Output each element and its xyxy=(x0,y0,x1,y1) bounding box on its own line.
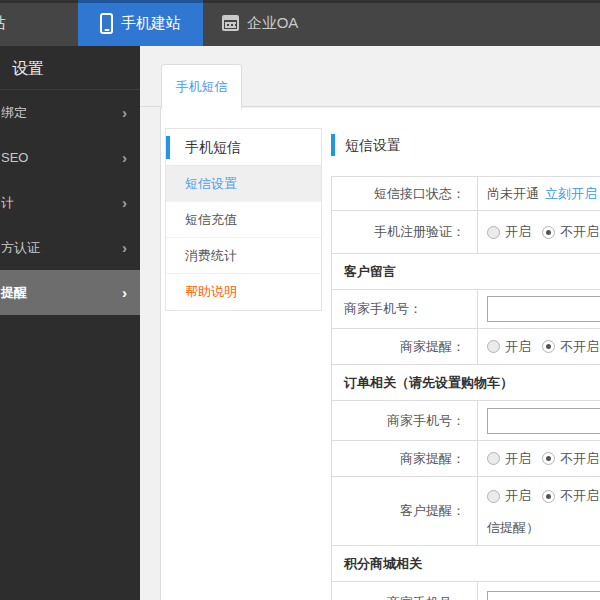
radio-off-selected[interactable] xyxy=(542,226,555,239)
chevron-right-icon: › xyxy=(122,270,127,315)
radio-label: 不开启 xyxy=(560,450,599,468)
sidebar-item-seo[interactable]: SEO › xyxy=(0,135,140,180)
submenu-item-consumption-stats[interactable]: 消费统计 xyxy=(166,238,321,274)
submenu-header: 手机短信 xyxy=(166,129,321,166)
row-merchant-phone-3: 商家手机号： xyxy=(332,582,600,600)
field-label: 客户提醒： xyxy=(332,477,478,545)
radio-on[interactable] xyxy=(487,340,500,353)
wrapped-hint-text: 信提醒） xyxy=(487,519,539,537)
calendar-icon xyxy=(222,15,239,31)
top-navigation-bar: 站 手机建站 企业OA xyxy=(0,0,600,46)
field-label: 手机注册验证： xyxy=(332,211,478,253)
radio-off-selected[interactable] xyxy=(542,490,555,503)
sidebar-item-stats[interactable]: 计 › xyxy=(0,180,140,225)
radio-label: 开启 xyxy=(505,338,531,356)
merchant-phone-input[interactable] xyxy=(487,296,600,322)
radio-label: 不开启 xyxy=(560,338,599,356)
sidebar-item-binding[interactable]: 绑定 › xyxy=(0,90,140,135)
field-label: 商家提醒： xyxy=(332,329,478,364)
top-tab-label: 手机建站 xyxy=(121,14,181,33)
radio-off-selected[interactable] xyxy=(542,452,555,465)
sms-submenu: 手机短信 短信设置 短信充值 消费统计 帮助说明 xyxy=(165,128,322,311)
merchant-phone-input[interactable] xyxy=(487,408,600,434)
top-tab-mobile-site[interactable]: 手机建站 xyxy=(78,0,203,46)
radio-on[interactable] xyxy=(487,490,500,503)
row-merchant-reminder-2: 商家提醒： 开启 不开启 xyxy=(332,441,600,477)
row-merchant-reminder-1: 商家提醒： 开启 不开启 xyxy=(332,329,600,365)
row-interface-status: 短信接口状态： 尚未开通 立刻开启 xyxy=(332,177,600,211)
field-label: 短信接口状态： xyxy=(332,177,478,210)
field-label: 商家提醒： xyxy=(332,441,478,476)
chevron-right-icon: › xyxy=(122,135,127,180)
radio-on[interactable] xyxy=(487,226,500,239)
row-customer-reminder: 客户提醒： 开启 不开启 信提醒） xyxy=(332,477,600,546)
row-merchant-phone-2: 商家手机号： xyxy=(332,401,600,441)
section-points-mall: 积分商城相关 xyxy=(332,546,600,582)
row-merchant-phone-1: 商家手机号： xyxy=(332,290,600,329)
field-label: 商家手机号： xyxy=(332,401,478,440)
section-order-related: 订单相关（请先设置购物车） xyxy=(332,365,600,401)
sidebar-header: 设置 xyxy=(0,46,140,90)
chevron-right-icon: › xyxy=(122,225,127,270)
app-window: 站 手机建站 企业OA 设置 绑定 › SEO › 计 › 方认证 › 提醒 xyxy=(0,0,600,600)
submenu-item-help[interactable]: 帮助说明 xyxy=(166,274,321,310)
sidebar-item-label: SEO xyxy=(1,150,28,165)
radio-off-selected[interactable] xyxy=(542,340,555,353)
submenu-item-sms-recharge[interactable]: 短信充值 xyxy=(166,202,321,238)
content-panel: 手机短信 短信设置 短信充值 消费统计 帮助说明 短信设置 短信接口状态： 尚未… xyxy=(160,108,600,600)
radio-label: 开启 xyxy=(505,223,531,241)
radio-label: 开启 xyxy=(505,487,531,505)
radio-on[interactable] xyxy=(487,452,500,465)
row-register-verification: 手机注册验证： 开启 不开启 xyxy=(332,211,600,254)
radio-label: 开启 xyxy=(505,450,531,468)
tab-mobile-sms[interactable]: 手机短信 xyxy=(161,64,242,109)
sidebar-item-label: 绑定 xyxy=(1,105,27,120)
settings-sidebar: 设置 绑定 › SEO › 计 › 方认证 › 提醒 › xyxy=(0,46,140,600)
sms-settings-form: 短信设置 短信接口状态： 尚未开通 立刻开启 手机注册验证： 开启 xyxy=(331,128,600,600)
sidebar-item-label: 计 xyxy=(1,195,14,210)
merchant-phone-input[interactable] xyxy=(487,591,600,600)
form-header: 短信设置 xyxy=(331,128,600,162)
radio-label: 不开启 xyxy=(560,487,599,505)
field-label: 商家手机号： xyxy=(332,582,478,600)
sidebar-item-verification[interactable]: 方认证 › xyxy=(0,225,140,270)
status-text: 尚未开通 xyxy=(487,185,539,203)
top-tab-label: 企业OA xyxy=(247,14,299,33)
sidebar-item-sms-reminder[interactable]: 提醒 › xyxy=(0,270,140,315)
sidebar-item-label: 提醒 xyxy=(1,285,27,300)
radio-label: 不开启 xyxy=(560,223,599,241)
sidebar-item-label: 方认证 xyxy=(1,240,40,255)
phone-icon xyxy=(100,13,113,34)
section-customer-message: 客户留言 xyxy=(332,254,600,290)
field-label: 商家手机号： xyxy=(332,290,478,328)
partial-left-tab[interactable]: 站 xyxy=(0,0,6,46)
submenu-item-sms-settings[interactable]: 短信设置 xyxy=(166,166,321,202)
chevron-right-icon: › xyxy=(122,180,127,225)
activate-now-link[interactable]: 立刻开启 xyxy=(545,185,597,203)
top-tab-enterprise-oa[interactable]: 企业OA xyxy=(208,0,312,46)
form-table: 短信接口状态： 尚未开通 立刻开启 手机注册验证： 开启 不开启 xyxy=(331,176,600,600)
main-content: 手机短信 手机短信 短信设置 短信充值 消费统计 帮助说明 短信设置 短信接口状… xyxy=(140,46,600,600)
chevron-right-icon: › xyxy=(122,90,127,135)
